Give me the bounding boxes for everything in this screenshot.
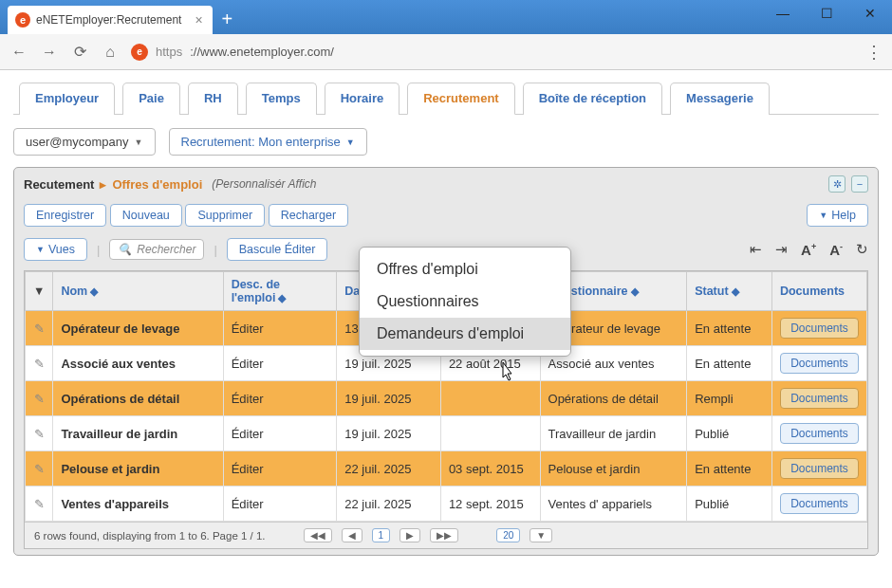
- cell-documents: Documents: [771, 346, 866, 381]
- tab-horaire[interactable]: Horaire: [325, 83, 400, 115]
- pager: 6 rows found, displaying from 1 to 6. Pa…: [25, 522, 867, 548]
- nav-reload-icon[interactable]: ⟳: [70, 43, 89, 61]
- tab-close-icon[interactable]: ×: [195, 12, 202, 28]
- pager-summary: 6 rows found, displaying from 1 to 6. Pa…: [34, 530, 266, 542]
- cell-desc-link[interactable]: Éditer: [223, 346, 337, 381]
- browser-tab[interactable]: e eNETEmployer:Recrutement ×: [8, 6, 213, 34]
- col-statut[interactable]: Statut◆: [687, 272, 772, 311]
- nav-forward-icon[interactable]: →: [40, 44, 59, 61]
- breadcrumb-current[interactable]: Offres d'emploi: [112, 177, 202, 192]
- nav-back-icon[interactable]: ←: [9, 44, 28, 61]
- edit-row-icon[interactable]: ✎: [26, 451, 53, 487]
- cell-date-cloture: 19 juil. 2025: [337, 381, 441, 416]
- col-nom[interactable]: Nom◆: [53, 272, 223, 311]
- documents-button[interactable]: Documents: [780, 318, 859, 339]
- caret-down-icon: ▼: [36, 245, 45, 254]
- panel-collapse-icon[interactable]: −: [851, 175, 868, 193]
- filter-icon[interactable]: ▼: [26, 272, 53, 311]
- browser-toolbar: ← → ⟳ ⌂ e https://www.enetemployer.com/ …: [0, 34, 892, 70]
- edit-row-icon[interactable]: ✎: [26, 346, 53, 381]
- bascule-editer-button[interactable]: Bascule Éditer: [227, 238, 328, 261]
- tab-title: eNETEmployer:Recrutement: [36, 13, 181, 27]
- table-row[interactable]: ✎Ventes d'appareilsÉditer22 juil. 202512…: [26, 487, 867, 522]
- enregistrer-button[interactable]: Enregistrer: [24, 204, 106, 227]
- edit-row-icon[interactable]: ✎: [26, 311, 53, 346]
- nav-home-icon[interactable]: ⌂: [101, 44, 120, 61]
- edit-row-icon[interactable]: ✎: [26, 487, 53, 522]
- font-decrease-icon[interactable]: A-: [829, 242, 843, 258]
- breadcrumb-sep-icon: ▸: [100, 177, 106, 192]
- refresh-icon[interactable]: ↻: [856, 241, 868, 258]
- sort-icon: ◆: [90, 285, 98, 297]
- documents-button[interactable]: Documents: [780, 353, 859, 374]
- cell-desc-link[interactable]: Éditer: [223, 487, 337, 522]
- pager-first-button[interactable]: ◀◀: [304, 528, 332, 542]
- documents-button[interactable]: Documents: [780, 458, 859, 479]
- cell-desc-link[interactable]: Éditer: [223, 311, 337, 346]
- cell-statut: Rempli: [687, 381, 772, 416]
- col-statut-label: Statut: [695, 285, 728, 298]
- tab-rh[interactable]: RH: [188, 83, 238, 115]
- vues-label: Vues: [48, 243, 75, 256]
- supprimer-button[interactable]: Supprimer: [185, 204, 265, 227]
- panel-settings-icon[interactable]: ✲: [828, 175, 846, 193]
- cell-questionnaire: Opérations de détail: [540, 381, 687, 416]
- caret-down-icon: ▼: [819, 211, 827, 220]
- documents-button[interactable]: Documents: [780, 423, 859, 444]
- font-increase-icon[interactable]: A+: [801, 242, 816, 258]
- edit-row-icon[interactable]: ✎: [26, 381, 53, 416]
- help-button[interactable]: ▼ Help: [807, 204, 868, 227]
- indent-right-icon[interactable]: ⇥: [775, 241, 788, 258]
- new-tab-button[interactable]: +: [222, 9, 233, 30]
- pager-page-input[interactable]: 1: [372, 528, 391, 542]
- tab-bo-te-de-r-ception[interactable]: Boîte de réception: [523, 83, 662, 115]
- window-minimize-icon[interactable]: —: [761, 0, 805, 27]
- cell-fermer-date: 03 sept. 2015: [440, 451, 540, 487]
- company-dropdown[interactable]: Recrutement: Mon enterprise ▼: [169, 128, 367, 156]
- tab-recrutement[interactable]: Recrutement: [407, 83, 514, 115]
- nouveau-button[interactable]: Nouveau: [110, 204, 182, 227]
- window-maximize-icon[interactable]: ☐: [805, 0, 848, 27]
- dropdown-item[interactable]: Demandeurs d'emploi: [360, 318, 570, 350]
- cell-desc-link[interactable]: Éditer: [223, 416, 337, 451]
- cell-fermer-date: 12 sept. 2015: [440, 487, 540, 522]
- pager-last-button[interactable]: ▶▶: [430, 528, 458, 542]
- url-favicon-icon: e: [131, 44, 148, 61]
- col-documents[interactable]: Documents: [771, 272, 866, 311]
- recrutement-dropdown-menu: Offres d'emploiQuestionnairesDemandeurs …: [359, 247, 571, 357]
- url-scheme: https: [156, 45, 182, 59]
- browser-menu-icon[interactable]: ⋮: [865, 42, 883, 63]
- user-dropdown-label: user@mycompany: [26, 135, 129, 149]
- tab-employeur[interactable]: Employeur: [19, 83, 115, 115]
- pager-next-button[interactable]: ▶: [400, 528, 420, 542]
- documents-button[interactable]: Documents: [780, 493, 859, 514]
- tab-temps[interactable]: Temps: [246, 83, 317, 115]
- table-row[interactable]: ✎Opérations de détailÉditer19 juil. 2025…: [26, 381, 867, 416]
- indent-left-icon[interactable]: ⇤: [750, 241, 762, 258]
- cell-desc-link[interactable]: Éditer: [223, 451, 337, 487]
- recharger-button[interactable]: Recharger: [269, 204, 348, 227]
- col-desc[interactable]: Desc. de l'emploi◆: [223, 272, 337, 311]
- pager-size-caret[interactable]: ▼: [530, 528, 552, 542]
- cell-desc-link[interactable]: Éditer: [223, 381, 337, 416]
- documents-button[interactable]: Documents: [780, 388, 859, 409]
- user-dropdown[interactable]: user@mycompany ▼: [13, 128, 156, 156]
- tab-messagerie[interactable]: Messagerie: [670, 83, 770, 115]
- edit-row-icon[interactable]: ✎: [26, 416, 53, 451]
- pager-prev-button[interactable]: ◀: [342, 528, 362, 542]
- cell-statut: Publié: [687, 416, 772, 451]
- dropdown-item[interactable]: Questionnaires: [360, 285, 570, 318]
- table-row[interactable]: ✎Travailleur de jardinÉditer19 juil. 202…: [26, 416, 867, 451]
- window-close-icon[interactable]: ✕: [848, 0, 892, 27]
- breadcrumb-paren[interactable]: (Personnalisér Affich: [212, 177, 316, 191]
- table-row[interactable]: ✎Pelouse et jardinÉditer22 juil. 202503 …: [26, 451, 867, 487]
- pager-size-select[interactable]: 20: [496, 528, 520, 542]
- url-bar[interactable]: e https://www.enetemployer.com/: [131, 44, 854, 61]
- cell-date-cloture: 22 juil. 2025: [337, 451, 441, 487]
- vues-dropdown[interactable]: ▼ Vues: [24, 238, 87, 261]
- search-input[interactable]: 🔍 Rechercher: [109, 239, 204, 260]
- dropdown-item[interactable]: Offres d'emploi: [360, 253, 570, 285]
- cell-statut: En attente: [687, 311, 772, 346]
- cell-questionnaire: Travailleur de jardin: [540, 416, 687, 451]
- tab-paie[interactable]: Paie: [122, 83, 180, 115]
